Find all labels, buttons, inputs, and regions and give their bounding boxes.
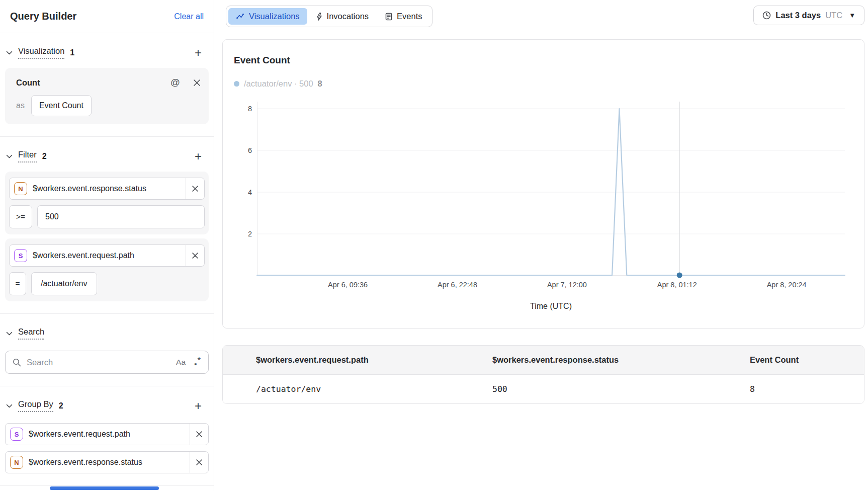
section-visualization-header: Visualization 1 +: [0, 33, 214, 64]
chevron-down-icon[interactable]: [6, 154, 13, 158]
number-type-icon: N: [10, 456, 23, 469]
time-range-value: Last 3 days: [775, 11, 821, 20]
add-visualization-button[interactable]: +: [195, 48, 202, 58]
lightning-icon: [316, 13, 322, 21]
column-header-path: $workers.event.request.path: [256, 346, 492, 374]
tab-events[interactable]: Events: [378, 8, 429, 25]
time-range-dropdown[interactable]: Last 3 days UTC ▼: [753, 6, 864, 25]
at-sign-icon[interactable]: @: [170, 77, 180, 88]
sidebar-header: Query Builder Clear all: [0, 0, 214, 33]
cell-count: 8: [750, 375, 864, 403]
filter-field[interactable]: N $workers.event.response.status: [9, 178, 205, 200]
remove-groupby-icon[interactable]: [190, 452, 208, 473]
filter-field-name: $workers.event.response.status: [33, 184, 186, 193]
search-placeholder: Search: [27, 358, 170, 367]
chart-card: Event Count /actuator/env · 500 8 2468 A…: [222, 39, 864, 329]
section-filter-label[interactable]: Filter: [18, 150, 37, 162]
query-builder-app: Query Builder Clear all Visualization 1 …: [0, 0, 868, 491]
cell-status: 500: [492, 375, 750, 403]
filter-card: S $workers.event.request.path = /actuato…: [5, 238, 209, 301]
match-case-icon[interactable]: Aa: [176, 358, 186, 367]
document-icon: [385, 13, 392, 21]
table-header-row: $workers.event.request.path $workers.eve…: [223, 346, 864, 375]
visualization-card: Count @ as Event Count: [5, 68, 209, 124]
section-filter-header: Filter 2 +: [0, 137, 214, 168]
filter-value-input[interactable]: 500: [37, 205, 205, 228]
x-axis-ticks: Apr 6, 09:36Apr 6, 22:48Apr 7, 12:00Apr …: [257, 276, 845, 289]
groupby-field-name: $workers.event.response.status: [29, 458, 190, 467]
page-title: Query Builder: [10, 11, 76, 22]
chevron-down-icon[interactable]: [6, 332, 13, 336]
tab-invocations[interactable]: Invocations: [309, 8, 376, 25]
add-filter-button[interactable]: +: [195, 151, 202, 161]
legend-series-value: 8: [318, 79, 322, 89]
section-groupby-label[interactable]: Group By: [18, 399, 53, 412]
column-header-status: $workers.event.response.status: [492, 346, 750, 374]
x-axis-tick: Apr 8, 20:24: [767, 281, 807, 289]
chart-canvas: [257, 102, 845, 276]
remove-filter-icon[interactable]: [186, 245, 204, 266]
filter-operator[interactable]: >=: [9, 205, 32, 228]
results-table: $workers.event.request.path $workers.eve…: [222, 345, 864, 404]
plot-area[interactable]: 2468: [257, 102, 845, 276]
filter-value-input[interactable]: /actuator/env: [31, 272, 97, 295]
table-row[interactable]: /actuator/env 500 8: [223, 375, 864, 403]
remove-groupby-icon[interactable]: [190, 424, 208, 445]
filter-count: 2: [42, 152, 47, 161]
groupby-count: 2: [59, 401, 63, 411]
filter-operator[interactable]: =: [9, 272, 26, 295]
string-type-icon: S: [10, 428, 23, 441]
add-groupby-button[interactable]: +: [195, 401, 202, 411]
groupby-field[interactable]: N $workers.event.response.status: [5, 451, 209, 473]
clock-icon: [762, 11, 771, 20]
divider: [0, 485, 214, 486]
column-header-count: Event Count: [750, 346, 864, 374]
visualization-count: 1: [70, 48, 74, 57]
filter-field-name: $workers.event.request.path: [33, 251, 186, 260]
clear-all-button[interactable]: Clear all: [174, 12, 204, 21]
sidebar: Query Builder Clear all Visualization 1 …: [0, 0, 214, 491]
chevron-down-icon[interactable]: [6, 404, 13, 408]
y-axis-tick: 8: [239, 105, 252, 113]
timezone-label: UTC: [825, 11, 842, 20]
filter-card: N $workers.event.response.status >= 500: [5, 172, 209, 234]
as-label: as: [16, 101, 25, 110]
filter-field[interactable]: S $workers.event.request.path: [9, 244, 205, 267]
legend-series-label: /actuator/env · 500: [244, 79, 313, 89]
x-axis-tick: Apr 6, 22:48: [438, 281, 477, 289]
metric-name: Count: [16, 78, 40, 88]
x-axis-tick: Apr 7, 12:00: [547, 281, 587, 289]
chevron-down-icon[interactable]: [6, 51, 13, 55]
section-search-header: Search: [0, 314, 214, 345]
string-type-icon: S: [14, 249, 27, 262]
x-axis-title: Time (UTC): [257, 302, 845, 311]
cell-path: /actuator/env: [256, 375, 492, 403]
topbar: Visualizations Invocations Events: [222, 6, 864, 27]
number-type-icon: N: [14, 182, 27, 195]
tab-visualizations[interactable]: Visualizations: [228, 8, 307, 25]
groupby-field-name: $workers.event.request.path: [29, 430, 190, 439]
y-axis-tick: 6: [239, 146, 252, 154]
main-panel: Visualizations Invocations Events: [214, 0, 868, 491]
section-groupby-header: Group By 2 +: [0, 386, 214, 417]
alias-input[interactable]: Event Count: [31, 95, 92, 116]
legend-item[interactable]: /actuator/env · 500 8: [234, 79, 853, 89]
remove-visualization-icon[interactable]: [193, 79, 201, 87]
x-axis-tick: Apr 6, 09:36: [328, 281, 368, 289]
caret-down-icon: ▼: [849, 12, 855, 19]
section-search-label[interactable]: Search: [18, 327, 44, 340]
horizontal-scrollbar-thumb[interactable]: [50, 486, 159, 490]
x-axis-tick: Apr 8, 01:12: [657, 281, 697, 289]
line-chart-icon: [236, 13, 244, 20]
view-tabs: Visualizations Invocations Events: [226, 6, 432, 27]
table-header-spacer: [223, 351, 256, 370]
search-icon: [13, 358, 21, 367]
chart-title: Event Count: [234, 55, 853, 66]
y-axis-tick: 2: [239, 230, 252, 238]
regex-icon[interactable]: ▪*: [194, 356, 201, 368]
groupby-field[interactable]: S $workers.event.request.path: [5, 423, 209, 445]
remove-filter-icon[interactable]: [186, 178, 204, 199]
search-input[interactable]: Search Aa ▪*: [5, 351, 209, 374]
legend-dot-icon: [234, 81, 239, 87]
section-visualization-label[interactable]: Visualization: [18, 46, 64, 59]
